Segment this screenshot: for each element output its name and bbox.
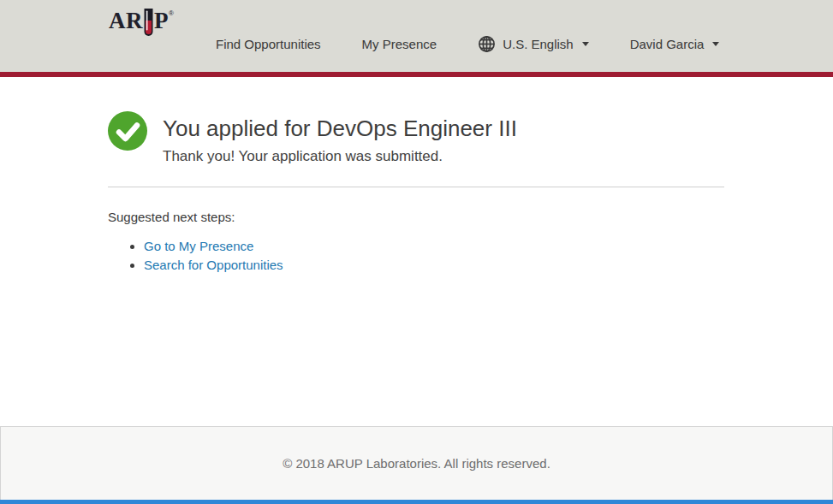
user-name-label: David Garcia — [630, 37, 705, 51]
nav-find-opportunities-label: Find Opportunities — [216, 37, 321, 51]
nav-find-opportunities[interactable]: Find Opportunities — [216, 37, 321, 51]
main-content: You applied for DevOps Engineer III Than… — [0, 77, 833, 426]
search-for-opportunities-link[interactable]: Search for Opportunities — [144, 258, 283, 272]
main-nav: Find Opportunities My Presence U.S. Engl… — [216, 0, 719, 72]
user-menu[interactable]: David Garcia — [630, 37, 720, 51]
page-subtitle: Thank you! Your application was submitte… — [163, 147, 517, 166]
list-item: Search for Opportunities — [144, 256, 724, 275]
globe-icon — [478, 35, 496, 53]
logo-text-right: P — [154, 8, 169, 33]
nav-my-presence-label: My Presence — [362, 37, 437, 51]
chevron-down-icon — [582, 42, 589, 46]
success-check-icon — [108, 111, 147, 151]
registered-mark: ® — [169, 9, 174, 17]
copyright-text: © 2018 ARUP Laboratories. All rights res… — [283, 456, 550, 471]
next-steps-heading: Suggested next steps: — [108, 210, 724, 224]
nav-my-presence[interactable]: My Presence — [362, 37, 437, 51]
logo-text-left: AR — [109, 8, 143, 33]
chevron-down-icon — [712, 42, 719, 46]
test-tube-icon — [142, 9, 155, 41]
page-footer: © 2018 ARUP Laboratories. All rights res… — [0, 426, 833, 500]
list-item: Go to My Presence — [144, 237, 724, 256]
page-title: You applied for DevOps Engineer III — [163, 115, 517, 142]
arup-logo[interactable]: AR P ® — [109, 8, 174, 41]
confirmation-banner: You applied for DevOps Engineer III Than… — [108, 111, 724, 166]
go-to-my-presence-link[interactable]: Go to My Presence — [144, 239, 253, 253]
language-label: U.S. English — [503, 37, 574, 51]
section-divider — [108, 187, 724, 187]
language-selector[interactable]: U.S. English — [478, 35, 589, 53]
next-steps-list: Go to My Presence Search for Opportuniti… — [108, 237, 724, 275]
bottom-accent-bar — [0, 500, 833, 504]
page-header: AR P ® Find Opportunities My Presence U.… — [0, 0, 833, 72]
confirmation-text-block: You applied for DevOps Engineer III Than… — [163, 111, 517, 166]
